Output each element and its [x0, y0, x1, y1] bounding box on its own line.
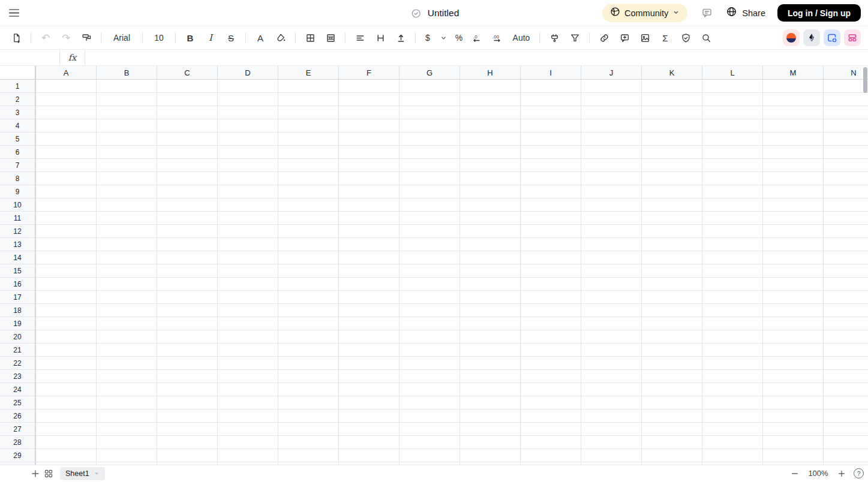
row-header[interactable]: 1: [0, 80, 35, 93]
undo-icon[interactable]: ↶: [37, 29, 54, 46]
column-header[interactable]: K: [642, 66, 702, 79]
filter-icon[interactable]: [566, 29, 583, 46]
comment-icon[interactable]: [699, 6, 714, 20]
row-header[interactable]: 16: [0, 278, 35, 291]
data-validation-shield-icon[interactable]: [677, 29, 694, 46]
page-title[interactable]: Untitled: [428, 8, 459, 19]
number-format-select[interactable]: Auto: [509, 29, 533, 46]
zoom-out-icon[interactable]: [790, 467, 800, 480]
row-header[interactable]: 10: [0, 198, 35, 212]
column-header[interactable]: J: [581, 66, 642, 79]
toolbar: ↶ ↷ Arial 10 B I S A: [0, 26, 868, 50]
column-header[interactable]: F: [339, 66, 400, 79]
column-header[interactable]: M: [763, 66, 824, 79]
text-overflow-icon[interactable]: [392, 29, 409, 46]
row-header[interactable]: 24: [0, 383, 35, 396]
vertical-scrollbar-thumb[interactable]: [863, 67, 867, 93]
fill-color-icon[interactable]: [272, 29, 289, 46]
row-header[interactable]: 3: [0, 106, 35, 119]
increase-decimal-icon[interactable]: .00: [489, 29, 506, 46]
row-header[interactable]: 20: [0, 330, 35, 344]
font-family-select[interactable]: Arial: [107, 29, 136, 46]
column-header[interactable]: G: [400, 66, 460, 79]
percent-format-button[interactable]: %: [453, 29, 465, 46]
hamburger-menu-icon[interactable]: [7, 5, 23, 21]
column-header[interactable]: D: [218, 66, 278, 79]
column-header[interactable]: H: [460, 66, 521, 79]
redo-icon[interactable]: ↷: [58, 29, 74, 46]
toolbar-divider: [245, 32, 246, 44]
row-header[interactable]: 22: [0, 357, 35, 370]
column-header[interactable]: A: [36, 66, 97, 79]
help-icon[interactable]: ?: [854, 468, 864, 478]
row-header[interactable]: 13: [0, 238, 35, 251]
formula-input[interactable]: [85, 50, 868, 65]
insert-link-icon[interactable]: [596, 29, 612, 46]
column-header[interactable]: I: [521, 66, 581, 79]
community-button[interactable]: Community: [602, 4, 687, 22]
column-header[interactable]: C: [157, 66, 218, 79]
merge-cells-icon[interactable]: [322, 29, 339, 46]
row-header[interactable]: 14: [0, 251, 35, 264]
horizontal-align-icon[interactable]: [352, 29, 368, 46]
currency-format-button[interactable]: $: [422, 29, 434, 46]
decrease-decimal-icon[interactable]: .0: [468, 29, 485, 46]
column-header[interactable]: E: [278, 66, 339, 79]
italic-button[interactable]: I: [202, 29, 219, 46]
sunset-plugin-button[interactable]: [783, 29, 800, 46]
row-header[interactable]: 8: [0, 172, 35, 185]
zoom-in-icon[interactable]: [837, 467, 846, 480]
search-icon[interactable]: [698, 29, 714, 46]
row-header[interactable]: 9: [0, 185, 35, 198]
row-header[interactable]: 18: [0, 304, 35, 317]
login-signup-button[interactable]: Log in / Sign up: [777, 4, 861, 22]
cells-canvas[interactable]: [36, 80, 868, 465]
row-header[interactable]: 23: [0, 370, 35, 383]
row-header[interactable]: 2: [0, 93, 35, 106]
select-all-corner[interactable]: [0, 66, 36, 80]
new-file-icon[interactable]: [8, 29, 25, 46]
font-size-select[interactable]: 10: [149, 29, 169, 46]
layout-plugin-button[interactable]: [844, 29, 861, 46]
row-header[interactable]: 4: [0, 119, 35, 132]
format-painter-icon[interactable]: [78, 29, 95, 46]
all-sheets-icon[interactable]: [42, 467, 55, 480]
name-box[interactable]: [0, 50, 60, 65]
sheet-menu-chevron-icon[interactable]: [94, 471, 100, 477]
strikethrough-button[interactable]: S: [223, 29, 239, 46]
ethereum-plugin-button[interactable]: [803, 29, 820, 46]
functions-sum-button[interactable]: Σ: [657, 29, 674, 46]
conditional-format-brush-icon[interactable]: [546, 29, 563, 46]
row-header[interactable]: 7: [0, 159, 35, 172]
vertical-align-icon[interactable]: [372, 29, 389, 46]
document-title-group[interactable]: Untitled: [409, 0, 459, 26]
zoom-level[interactable]: 100%: [807, 469, 830, 478]
row-header[interactable]: 27: [0, 423, 35, 436]
row-header[interactable]: 25: [0, 396, 35, 409]
column-header[interactable]: N: [824, 66, 868, 79]
add-comment-icon[interactable]: [616, 29, 633, 46]
toolbar-divider: [31, 32, 31, 44]
row-header[interactable]: 5: [0, 132, 35, 146]
row-header[interactable]: 29: [0, 449, 35, 462]
row-header[interactable]: 15: [0, 264, 35, 278]
import-plugin-button[interactable]: [824, 29, 840, 46]
row-header[interactable]: 19: [0, 317, 35, 330]
bold-button[interactable]: B: [182, 29, 199, 46]
row-header[interactable]: 26: [0, 409, 35, 423]
row-header[interactable]: 6: [0, 146, 35, 159]
insert-image-icon[interactable]: [636, 29, 653, 46]
column-header[interactable]: B: [97, 66, 157, 79]
share-button[interactable]: Share: [726, 6, 765, 20]
row-header[interactable]: 17: [0, 291, 35, 304]
row-header[interactable]: 11: [0, 212, 35, 225]
currency-chevron-icon[interactable]: [437, 29, 449, 46]
borders-icon[interactable]: [302, 29, 319, 46]
column-header[interactable]: L: [702, 66, 763, 79]
sheet-tab-sheet1[interactable]: Sheet1: [60, 467, 105, 480]
row-header[interactable]: 12: [0, 225, 35, 238]
text-color-button[interactable]: A: [252, 29, 269, 46]
row-header[interactable]: 21: [0, 344, 35, 357]
row-header[interactable]: 28: [0, 436, 35, 449]
add-sheet-icon[interactable]: [29, 467, 42, 480]
